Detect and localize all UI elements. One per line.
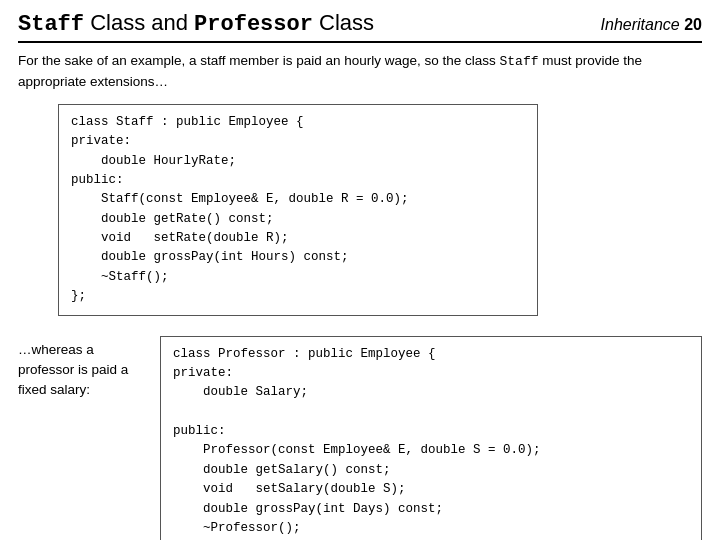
- title-class-suffix: Class: [313, 10, 374, 35]
- bottom-section: …whereas a professor is paid a fixed sal…: [18, 336, 702, 541]
- inheritance-label: Inheritance: [601, 16, 680, 33]
- intro-paragraph: For the sake of an example, a staff memb…: [18, 51, 702, 92]
- slide-header: Staff Class and Professor Class Inherita…: [18, 10, 702, 43]
- slide-number: 20: [684, 16, 702, 33]
- intro-text1: For the sake of an example, a staff memb…: [18, 53, 500, 68]
- professor-code-box: class Professor : public Employee { priv…: [160, 336, 702, 541]
- title-professor-mono: Professor: [194, 12, 313, 37]
- slide-container: Staff Class and Professor Class Inherita…: [0, 0, 720, 540]
- slide-number-area: Inheritance 20: [601, 16, 702, 34]
- slide-title: Staff Class and Professor Class: [18, 10, 374, 37]
- staff-code-box: class Staff : public Employee { private:…: [58, 104, 538, 316]
- title-staff-mono: Staff: [18, 12, 84, 37]
- professor-intro-label: …whereas a professor is paid a fixed sal…: [18, 336, 148, 541]
- title-class-and: Class and: [84, 10, 194, 35]
- intro-mono-staff: Staff: [500, 54, 539, 69]
